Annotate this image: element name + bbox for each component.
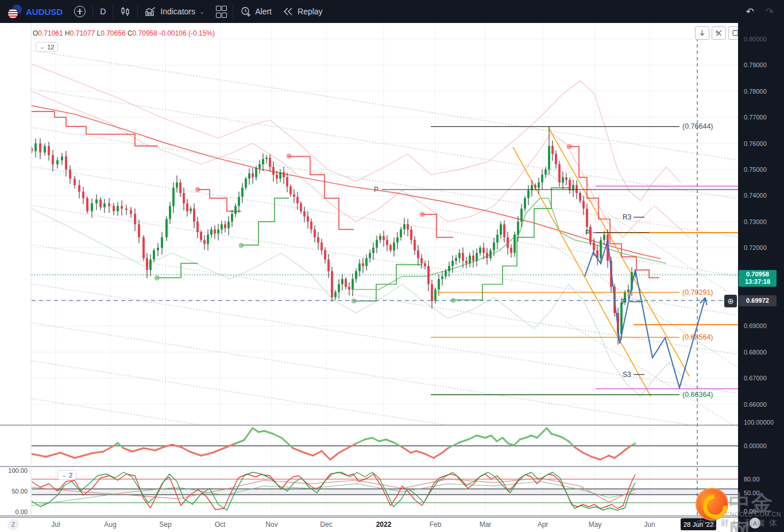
bar-countdown: 13:37:18	[739, 278, 777, 286]
add-alert-plus-icon[interactable]: ⊕	[724, 295, 737, 307]
toolbar-separator	[113, 5, 113, 18]
pivot-label: R3	[623, 213, 632, 221]
interval-label: D	[100, 7, 106, 16]
last-price-label: 0.70958 13:37:18	[739, 270, 777, 287]
pivot-label: P	[585, 229, 590, 237]
price-scale-label: 0.66000	[744, 401, 767, 408]
time-scale-label: Dec	[320, 521, 332, 529]
toolbar-separator	[233, 5, 233, 18]
time-scale-label: Feb	[430, 521, 442, 529]
alert-button[interactable]: Alert	[234, 3, 277, 20]
chevron-down-icon: ⌄	[61, 471, 67, 479]
ohlc-item: O0.71061	[33, 29, 65, 37]
pivot-label: S3	[623, 371, 631, 379]
price-scale-label: 0.75000	[744, 166, 767, 173]
crosshair-date-label: 28 Jun '22	[681, 518, 716, 530]
alert-clock-icon	[240, 6, 251, 17]
price-scale-label: 0.76000	[744, 140, 767, 147]
undo-redo-group: ↶ ↷	[746, 6, 784, 18]
level-label: (0.76644)	[682, 122, 713, 130]
replay-button[interactable]: Replay	[277, 3, 329, 20]
compare-button[interactable]	[68, 3, 91, 20]
replay-rewind-icon	[283, 7, 293, 16]
pane3-legend-collapse[interactable]: ⌄ 2	[57, 470, 76, 480]
top-toolbar: AUDUSD D Indicators ⌄ Alert Replay ↶ ↷	[0, 0, 784, 23]
price-scale-label: 0.73000	[744, 218, 767, 225]
symbol-button[interactable]: AUDUSD	[0, 3, 68, 20]
indicators-label: Indicators	[160, 7, 195, 16]
hidden-indicators-count: 2	[69, 472, 72, 479]
layout-grid-icon	[216, 6, 226, 18]
hidden-indicators-count: 12	[47, 44, 54, 51]
chart-canvas[interactable]: (0.76644)(0.70291)(0.68564)(0.66364)PR3P…	[0, 23, 738, 517]
symbol-flags-icon	[8, 5, 22, 18]
chart-style-button[interactable]	[114, 3, 136, 20]
chevron-down-icon: ⌄	[40, 43, 45, 51]
price-scale-label: 100.00000	[744, 419, 774, 426]
time-scale-label: Jun	[644, 521, 655, 529]
level-label: (0.66364)	[682, 391, 713, 399]
chevron-down-icon: ⌄	[199, 8, 204, 16]
panel3-left-axis-label: 0.00	[16, 508, 28, 515]
price-scale-label: 0.68000	[744, 349, 767, 356]
price-scale-label: 0.77000	[744, 114, 767, 121]
time-scale-label: Nov	[265, 521, 277, 529]
level-label: (0.68564)	[682, 333, 713, 341]
price-scale-label: 0.74000	[744, 192, 767, 199]
time-scale-label: 2022	[376, 521, 392, 529]
time-scale-label: Aug	[104, 521, 116, 529]
price-scale-label: 0.67000	[744, 375, 767, 381]
level-label: (0.70291)	[682, 288, 713, 296]
toolbar-separator	[137, 5, 138, 18]
compare-plus-icon	[74, 6, 86, 17]
symbol-name[interactable]: AUDUSD	[26, 7, 63, 17]
undo-icon[interactable]: ↶	[746, 6, 754, 18]
timezone-button[interactable]: Z	[7, 519, 19, 530]
alert-label: Alert	[255, 7, 272, 16]
price-scale-label: 0.78000	[744, 88, 767, 95]
time-scale-label: Jul	[51, 521, 60, 529]
pivot-label: P	[374, 186, 379, 194]
move-pane-down-button[interactable]	[695, 26, 709, 40]
panel3-left-axis-label: 100.00	[8, 467, 28, 474]
ohlc-item: L0.70656	[96, 29, 127, 37]
crosshair-price-label: 0.69972	[739, 295, 777, 306]
indicators-icon	[145, 7, 156, 17]
panel3-left-axis-label: 50.00	[11, 488, 28, 495]
time-scale-label: Mar	[480, 521, 492, 529]
change-value: -0.00106 (-0.15%)	[159, 29, 215, 37]
last-price-value: 0.70958	[739, 271, 777, 278]
interval-button[interactable]: D	[94, 3, 111, 20]
ohlc-legend: O0.71061 H0.71077 L0.70656 C0.70958 -0.0…	[33, 29, 215, 37]
time-scale-label: Sep	[159, 521, 171, 529]
pane-controls	[693, 26, 743, 40]
price-scale-label: 0.00000	[744, 442, 767, 449]
replay-label: Replay	[298, 7, 323, 16]
toolbar-separator	[92, 5, 93, 18]
time-scale-label: Oct	[215, 521, 226, 529]
time-scale[interactable]: JulAugSepOctNovDec2022FebMarAprMayJun	[0, 517, 738, 532]
ohlc-item: C0.70958	[128, 29, 159, 37]
price-scale-label: 0.80000	[744, 36, 767, 43]
price-scale-label: 50.00	[744, 489, 760, 496]
price-scale-label: 0.72000	[744, 244, 767, 251]
tradingview-app: AUDUSD D Indicators ⌄ Alert Replay ↶ ↷	[0, 0, 784, 532]
price-scale-label: 0.79000	[744, 61, 767, 68]
ohlc-item: H0.71077	[65, 29, 96, 37]
redo-icon[interactable]: ↷	[766, 6, 774, 18]
main-pane-legend-collapse[interactable]: ⌄ 12	[36, 42, 58, 52]
auto-scale-button[interactable]: A	[750, 518, 760, 529]
price-scale-label: 0.69000	[744, 322, 767, 329]
pivot-label: P	[622, 298, 627, 306]
candles-icon	[120, 6, 130, 17]
indicators-button[interactable]: Indicators ⌄	[139, 3, 210, 20]
time-scale-label: May	[589, 521, 602, 529]
time-scale-label: Apr	[538, 521, 549, 529]
collapse-pane-button[interactable]	[712, 26, 726, 40]
layout-templates-button[interactable]	[210, 3, 231, 20]
price-scale-label: 80.00	[744, 476, 760, 483]
price-scale-label: 0.00	[744, 508, 756, 515]
